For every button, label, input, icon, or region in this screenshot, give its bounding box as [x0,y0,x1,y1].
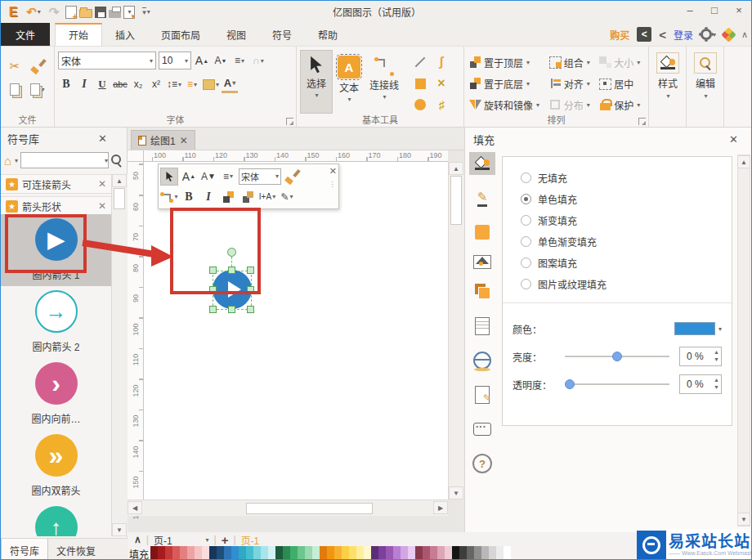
close-button[interactable]: × [727,1,751,19]
curved-text-icon[interactable]: ∩▾ [250,52,266,69]
palette-swatch[interactable] [445,546,452,559]
arc-tool-icon[interactable]: ʃ [439,55,443,69]
palette-swatch[interactable] [180,546,187,559]
brightness-slider[interactable] [565,356,669,357]
line-spacing-icon[interactable]: ↕≡▾ [166,75,182,93]
palette-swatch[interactable] [459,546,467,559]
line-style-icon[interactable] [469,186,495,209]
text-tool-button[interactable]: A 文本▾ [333,50,365,114]
radio-icon[interactable] [521,279,531,289]
style-button[interactable]: 样式▾ [652,50,683,115]
save-icon[interactable] [95,7,106,18]
sidebar-tab-符号库[interactable]: 符号库 [1,539,48,560]
palette-swatch[interactable] [496,546,504,559]
palette-swatch[interactable] [298,546,305,559]
arrange-group-button[interactable]: 组合▾ [549,52,595,73]
more-icon[interactable]: ▾ [137,4,155,20]
arrange-bring-front-button[interactable]: 置于顶层▾ [469,52,544,73]
active-page-tab[interactable]: 页-1 [241,533,260,547]
mini-increase-font-icon[interactable]: A▲ [180,168,198,186]
transparency-spinner[interactable]: 0 %▲▼ [679,374,722,394]
mini-bring-front-icon[interactable] [219,188,237,206]
palette-swatch[interactable] [239,546,246,559]
fill-option-图案填充[interactable]: 图案填充 [503,252,732,273]
palette-swatch[interactable] [393,546,401,559]
align-text-icon[interactable]: ≡▾ [231,52,248,69]
transparency-slider-thumb[interactable] [565,379,575,389]
document-edit-icon[interactable] [469,383,495,406]
palette-swatch[interactable] [415,546,423,559]
palette-swatch[interactable] [342,546,349,559]
tab-符号[interactable]: 符号 [259,23,305,46]
palette-swatch[interactable] [268,546,275,559]
increase-font-icon[interactable]: A▲ [194,52,210,69]
selection-handle[interactable] [209,286,217,293]
login-link[interactable]: 登录 [674,28,693,42]
fill-panel-close-icon[interactable]: ✕ [729,133,745,146]
palette-swatch[interactable] [430,546,437,559]
canvas-vertical-scrollbar[interactable]: ▲ ▼ [448,162,464,500]
symbol-search-input[interactable] [21,153,104,168]
font-dialog-launcher-icon[interactable] [286,118,293,125]
scroll-up-icon[interactable]: ▲ [112,174,127,187]
font-color-icon[interactable]: A▾ [222,75,238,93]
comment-icon[interactable] [469,418,495,441]
sidebar-tab-文件恢复[interactable]: 文件恢复 [48,539,104,560]
symbol-library-close-icon[interactable]: ✕ [98,132,120,145]
picture-icon[interactable] [473,255,491,269]
canvas-horizontal-scrollbar[interactable]: ◀ ▶ [128,500,448,516]
drawing-canvas[interactable] [144,162,448,500]
shape-fill-icon[interactable] [469,221,495,244]
selection-handle[interactable] [247,267,254,274]
fill-bucket-icon[interactable] [469,152,495,175]
palette-swatch[interactable] [195,546,202,559]
scroll-down-icon[interactable]: ▼ [112,523,127,536]
paste-button[interactable]: ▾ [30,83,44,96]
mini-send-back-icon[interactable] [239,188,257,206]
symbol-item[interactable]: ▶圈内箭头 1 [1,214,111,286]
superscript-icon[interactable]: x² [148,75,164,93]
help-icon[interactable] [469,452,495,475]
palette-swatch[interactable] [312,546,320,559]
panel-scroll-down-icon[interactable]: ▼ [737,513,750,526]
open-file-icon[interactable] [79,9,92,18]
tab-文件[interactable]: 文件 [1,23,50,46]
rotation-handle[interactable] [227,248,236,257]
tab-开始[interactable]: 开始 [55,23,102,46]
home-icon[interactable]: ⌂ [4,154,11,168]
undo-icon[interactable]: ▾ [25,4,43,20]
palette-swatch[interactable] [334,546,342,559]
radio-icon[interactable] [521,172,531,183]
collapse-ribbon-icon[interactable] [741,29,748,40]
mini-decrease-font-icon[interactable]: A▼ [199,168,217,186]
add-page-icon[interactable]: + [222,533,229,547]
copy-icon[interactable] [10,83,20,96]
highlight-icon[interactable]: ▾ [202,75,220,93]
scrollbar-thumb[interactable] [114,188,125,209]
transparency-slider[interactable] [565,383,669,385]
radio-icon[interactable] [521,215,531,226]
panel-scroll-up-icon[interactable]: ▲ [737,155,750,168]
decrease-font-icon[interactable]: A▼ [213,52,229,69]
spin-up-icon[interactable]: ▲ [714,376,719,383]
symbol-item[interactable]: ›圈内向前… [1,358,111,430]
palette-swatch[interactable] [290,546,298,559]
tab-视图[interactable]: 视图 [213,23,259,46]
brightness-spinner[interactable]: 0 %▲▼ [679,347,722,366]
new-file-icon[interactable] [65,6,77,19]
pages-collapse-icon[interactable]: ∧ [134,534,141,545]
mini-text-spacing-icon[interactable]: I+A▾ [258,188,276,206]
rectangle-tool-icon[interactable] [415,78,426,89]
pen-tool-icon[interactable]: ♯ [439,98,445,111]
document-list-icon[interactable] [469,315,495,338]
layers-icon[interactable] [469,280,495,303]
arrange-dialog-launcher-icon[interactable] [638,118,646,125]
strikethrough-icon[interactable]: abc [112,75,128,93]
palette-swatch[interactable] [150,546,158,559]
selection-handle[interactable] [209,306,217,313]
tab-插入[interactable]: 插入 [102,23,148,46]
palette-swatch[interactable] [305,546,312,559]
palette-swatch[interactable] [231,546,239,559]
mini-bold-icon[interactable]: B [180,188,198,206]
symbol-search-combo[interactable]: ▾ [20,152,109,168]
